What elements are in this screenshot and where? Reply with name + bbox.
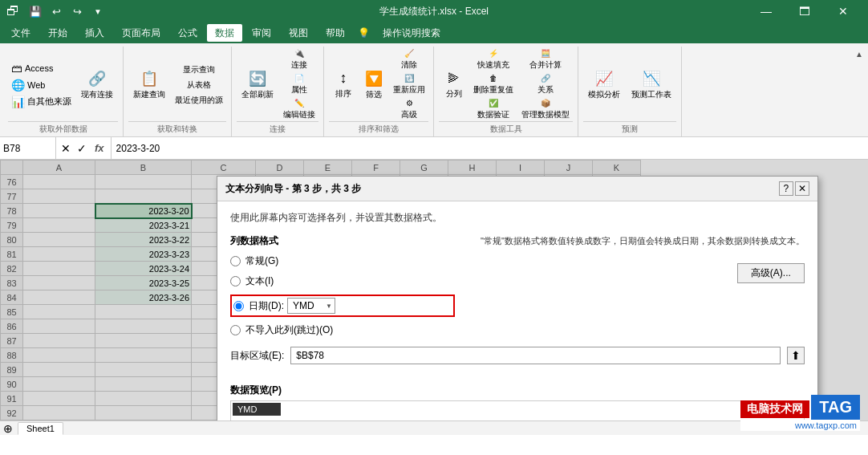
ribbon-btn-show-query[interactable]: 显示查询 xyxy=(172,63,226,77)
menu-page-layout[interactable]: 页面布局 xyxy=(114,24,168,42)
menu-data[interactable]: 数据 xyxy=(207,24,242,42)
ribbon-group-data-tools-buttons: ⫸ 分列 ⚡ 快速填充 🗑 删除重复值 ✅ 数据验证 🧮 xyxy=(440,48,573,121)
add-sheet-btn[interactable]: ⊕ xyxy=(3,422,13,435)
ribbon-btn-edit-links[interactable]: ✏️ 编辑链接 xyxy=(280,98,318,121)
ribbon-btn-remove-dup[interactable]: 🗑 删除重复值 xyxy=(470,73,517,96)
dialog-note: "常规"数据格式将数值转换成数字，日期值会转换成日期，其余数据则转换成文本。 xyxy=(481,234,805,249)
ribbon-btn-refresh-all[interactable]: 🔄 全部刷新 xyxy=(237,61,278,109)
ribbon-btn-reapply[interactable]: 🔃 重新应用 xyxy=(390,73,428,96)
web-icon: 🌐 xyxy=(11,79,25,91)
minimize-btn[interactable]: — xyxy=(748,0,785,22)
dialog-close-btn[interactable]: ✕ xyxy=(795,181,809,196)
ribbon-btn-sort[interactable]: ↕ 排序 xyxy=(329,61,358,109)
radio-skip[interactable]: 不导入此列(跳过)(O) xyxy=(230,323,455,337)
ribbon-btn-other-sources[interactable]: 📊 自其他来源 xyxy=(8,94,75,110)
target-input[interactable] xyxy=(290,347,780,364)
ribbon-btn-flash-fill[interactable]: ⚡ 快速填充 xyxy=(470,48,517,71)
ribbon-btn-relationship[interactable]: 🔗 关系 xyxy=(518,73,573,96)
ribbon-btn-filter[interactable]: 🔽 筛选 xyxy=(359,61,388,109)
menu-search[interactable]: 操作说明搜索 xyxy=(375,24,448,42)
filter-icon: 🔽 xyxy=(365,70,383,87)
radio-date-label-row[interactable]: 日期(D): xyxy=(233,299,284,313)
sheet-tab-1[interactable]: Sheet1 xyxy=(18,422,63,435)
ribbon-btn-split-col[interactable]: ⫸ 分列 xyxy=(440,61,468,109)
dialog-help-btn[interactable]: ? xyxy=(779,181,793,196)
radio-text-label: 文本(I) xyxy=(245,274,274,288)
radio-text[interactable]: 文本(I) xyxy=(230,274,455,288)
quick-access-customize[interactable]: ▼ xyxy=(90,3,106,19)
menu-bar: 文件 开始 插入 页面布局 公式 数据 审阅 视图 帮助 💡 操作说明搜索 xyxy=(0,22,868,43)
date-format-dropdown[interactable]: YMD MDY DMY xyxy=(287,298,335,314)
dialog-controls: ? ✕ xyxy=(779,181,809,196)
dialog-overlay: 文本分列向导 - 第 3 步，共 3 步 ? ✕ 使用此屏幕内容可选择各列，并设… xyxy=(0,160,868,420)
menu-help[interactable]: 帮助 xyxy=(318,24,353,42)
menu-formula[interactable]: 公式 xyxy=(170,24,205,42)
target-select-btn[interactable]: ⬆ xyxy=(787,347,805,364)
ribbon-btn-advanced[interactable]: ⚙ 高级 xyxy=(390,98,428,121)
formula-content[interactable]: 2023-3-20 xyxy=(112,143,868,154)
menu-file[interactable]: 文件 xyxy=(3,24,39,42)
relationship-icon: 🔗 xyxy=(541,74,550,83)
ribbon-group-connect-label: 连接 xyxy=(237,121,318,135)
radio-date-input[interactable] xyxy=(233,301,244,311)
ribbon-group-sort: ↕ 排序 🔽 筛选 🧹 清除 🔃 重新应用 ⚙ 高级 xyxy=(324,47,434,136)
ribbon-group-connect: 🔄 全部刷新 🔌 连接 📄 属性 ✏️ 编辑链接 连接 xyxy=(232,47,324,136)
dialog-titlebar: 文本分列向导 - 第 3 步，共 3 步 ? ✕ xyxy=(217,177,817,201)
formula-bar-icons: ✕ ✓ fx xyxy=(56,137,112,159)
ribbon-collapse[interactable]: ▲ xyxy=(854,47,865,136)
flash-fill-icon: ⚡ xyxy=(489,49,498,58)
advanced-btn[interactable]: 高级(A)... xyxy=(737,263,805,283)
radio-normal[interactable]: 常规(G) xyxy=(230,254,455,268)
advanced-filter-icon: ⚙ xyxy=(406,99,413,108)
name-box[interactable]: B78 xyxy=(0,137,56,159)
search-icon: 💡 xyxy=(358,27,370,39)
quick-access-undo[interactable]: ↩ xyxy=(48,3,64,19)
ribbon-group-transform-buttons: 📋 新建查询 显示查询 从表格 最近使用的源 xyxy=(128,48,226,121)
close-btn[interactable]: ✕ xyxy=(825,0,862,22)
ribbon-btn-recent-sources[interactable]: 最近使用的源 xyxy=(172,93,226,108)
clear-icon: 🧹 xyxy=(404,49,414,58)
ribbon-btn-from-table[interactable]: 从表格 xyxy=(172,78,226,92)
ribbon-btn-forecast-sheet[interactable]: 📉 预测工作表 xyxy=(627,61,676,109)
ribbon-btn-clear[interactable]: 🧹 清除 xyxy=(390,48,428,71)
ribbon-btn-manage-model[interactable]: 📦 管理数据模型 xyxy=(518,98,573,121)
radio-skip-input[interactable] xyxy=(230,325,241,335)
dialog-preview-section: 数据预览(P) YMD xyxy=(217,384,817,420)
ribbon-btn-merge-calc[interactable]: 🧮 合并计算 xyxy=(518,48,573,71)
menu-home[interactable]: 开始 xyxy=(40,24,75,42)
merge-calc-icon: 🧮 xyxy=(541,49,550,58)
radio-date-label: 日期(D): xyxy=(249,299,284,313)
radio-normal-input[interactable] xyxy=(230,256,241,266)
menu-insert[interactable]: 插入 xyxy=(77,24,112,42)
title-bar-left: 🗗 💾 ↩ ↪ ▼ xyxy=(6,3,106,19)
manage-model-icon: 📦 xyxy=(541,99,550,108)
confirm-formula-icon[interactable]: ✓ xyxy=(75,142,88,155)
ribbon-btn-web[interactable]: 🌐 Web xyxy=(8,77,75,93)
radio-text-input[interactable] xyxy=(230,276,241,286)
date-format-dropdown-wrap[interactable]: YMD MDY DMY xyxy=(287,298,335,314)
radio-group: 常规(G) 文本(I) xyxy=(230,254,455,337)
maximize-btn[interactable]: 🗖 xyxy=(786,0,823,22)
dialog-right-panel: "常规"数据格式将数值转换成数字，日期值会转换成日期，其余数据则转换成文本。 高… xyxy=(464,234,805,337)
ribbon-btn-new-query[interactable]: 📋 新建查询 xyxy=(128,61,170,109)
ribbon-btn-properties[interactable]: 📄 属性 xyxy=(280,73,318,96)
fx-icon[interactable]: fx xyxy=(91,142,107,154)
split-col-icon: ⫸ xyxy=(447,70,461,87)
quick-access-redo[interactable]: ↪ xyxy=(69,3,85,19)
ribbon-btn-existing-conn[interactable]: 🔗 现有连接 xyxy=(76,61,118,109)
ribbon-btn-access[interactable]: 🗃 Access xyxy=(8,60,75,76)
formula-bar: B78 ✕ ✓ fx 2023-3-20 xyxy=(0,137,868,160)
dialog-preview-title: 数据预览(P) xyxy=(230,384,805,397)
quick-access-save[interactable]: 💾 xyxy=(27,3,43,19)
radio-skip-label: 不导入此列(跳过)(O) xyxy=(245,323,333,337)
existing-conn-icon: 🔗 xyxy=(88,70,106,87)
dialog-preview-value: YMD xyxy=(233,403,281,416)
ribbon-btn-data-validation[interactable]: ✅ 数据验证 xyxy=(470,98,517,121)
menu-review[interactable]: 审阅 xyxy=(244,24,279,42)
menu-view[interactable]: 视图 xyxy=(281,24,316,42)
cancel-formula-icon[interactable]: ✕ xyxy=(59,142,72,155)
ribbon-btn-connections[interactable]: 🔌 连接 xyxy=(280,48,318,71)
ribbon-btn-what-if[interactable]: 📈 模拟分析 xyxy=(583,61,625,109)
properties-icon: 📄 xyxy=(294,74,304,83)
forecast-sheet-icon: 📉 xyxy=(643,70,660,87)
